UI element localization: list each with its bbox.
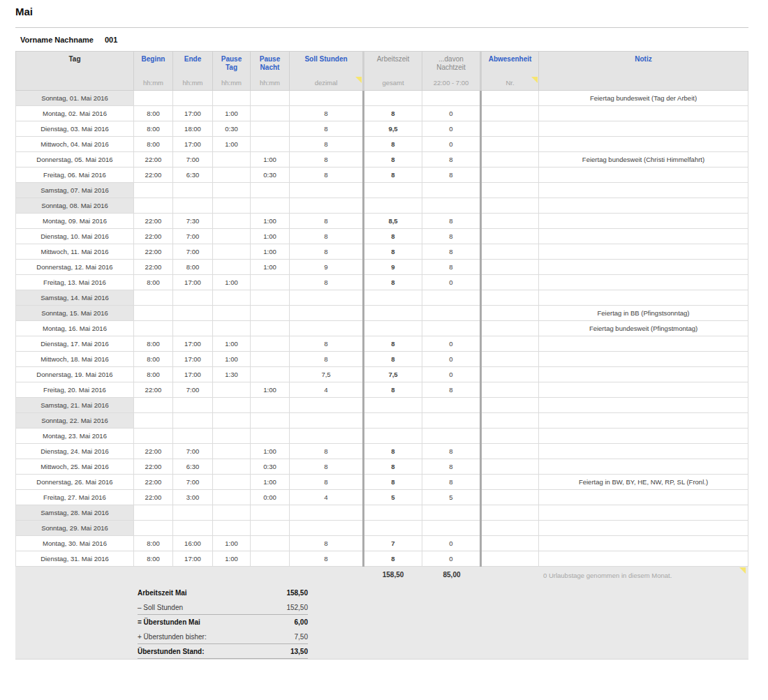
worktime-cell[interactable]: 7,5 (364, 367, 422, 382)
begin-cell[interactable]: 8:00 (134, 336, 173, 352)
worktime-cell[interactable] (364, 290, 422, 306)
begin-cell[interactable] (134, 306, 173, 321)
absence-cell[interactable] (481, 214, 539, 229)
nighttime-cell[interactable]: 0 (422, 352, 481, 367)
pause-night-cell[interactable] (251, 306, 290, 321)
pause-day-cell[interactable]: 1:00 (213, 536, 251, 551)
pause-day-cell[interactable] (213, 521, 251, 536)
worktime-cell[interactable]: 8 (364, 444, 422, 459)
day-cell[interactable]: Montag, 30. Mai 2016 (16, 536, 134, 551)
end-cell[interactable]: 7:00 (173, 229, 213, 244)
absence-cell[interactable] (481, 490, 539, 505)
pause-day-cell[interactable] (213, 244, 251, 260)
pause-day-cell[interactable]: 1:00 (213, 336, 251, 352)
begin-cell[interactable] (134, 290, 173, 306)
worktime-cell[interactable] (364, 306, 422, 321)
pause-day-cell[interactable]: 1:00 (213, 137, 251, 152)
pause-night-cell[interactable] (251, 429, 290, 444)
nighttime-cell[interactable] (422, 398, 481, 413)
end-cell[interactable]: 17:00 (173, 106, 213, 121)
absence-cell[interactable] (481, 321, 539, 336)
target-hours-cell[interactable]: 8 (290, 121, 364, 137)
nighttime-cell[interactable]: 8 (422, 244, 481, 260)
pause-night-cell[interactable] (251, 198, 290, 214)
target-hours-cell[interactable] (290, 521, 364, 536)
day-cell[interactable]: Mittwoch, 04. Mai 2016 (16, 137, 134, 152)
note-cell[interactable] (539, 275, 748, 290)
day-cell[interactable]: Freitag, 13. Mai 2016 (16, 275, 134, 290)
day-cell[interactable]: Sonntag, 08. Mai 2016 (16, 198, 134, 214)
pause-night-cell[interactable] (251, 183, 290, 198)
pause-day-cell[interactable]: 0:30 (213, 121, 251, 137)
begin-cell[interactable] (134, 183, 173, 198)
pause-day-cell[interactable] (213, 459, 251, 475)
note-cell[interactable] (539, 214, 748, 229)
worktime-cell[interactable] (364, 413, 422, 429)
nighttime-cell[interactable] (422, 321, 481, 336)
pause-day-cell[interactable] (213, 91, 251, 106)
note-cell[interactable] (539, 229, 748, 244)
end-cell[interactable]: 17:00 (173, 336, 213, 352)
day-cell[interactable]: Donnerstag, 05. Mai 2016 (16, 152, 134, 167)
pause-night-cell[interactable] (251, 290, 290, 306)
day-cell[interactable]: Montag, 23. Mai 2016 (16, 429, 134, 444)
note-cell[interactable] (539, 106, 748, 121)
day-cell[interactable]: Donnerstag, 12. Mai 2016 (16, 260, 134, 275)
begin-cell[interactable]: 22:00 (134, 459, 173, 475)
note-cell[interactable] (539, 367, 748, 382)
note-cell[interactable] (539, 244, 748, 260)
day-cell[interactable]: Sonntag, 22. Mai 2016 (16, 413, 134, 429)
nighttime-cell[interactable]: 0 (422, 275, 481, 290)
target-hours-cell[interactable]: 8 (290, 152, 364, 167)
pause-day-cell[interactable] (213, 490, 251, 505)
note-cell[interactable] (539, 167, 748, 183)
begin-cell[interactable]: 22:00 (134, 260, 173, 275)
worktime-cell[interactable]: 8 (364, 352, 422, 367)
worktime-cell[interactable]: 5 (364, 490, 422, 505)
nighttime-cell[interactable] (422, 91, 481, 106)
pause-night-cell[interactable] (251, 121, 290, 137)
target-hours-cell[interactable] (290, 429, 364, 444)
begin-cell[interactable] (134, 198, 173, 214)
day-cell[interactable]: Freitag, 20. Mai 2016 (16, 382, 134, 398)
nighttime-cell[interactable]: 8 (422, 475, 481, 490)
day-cell[interactable]: Sonntag, 15. Mai 2016 (16, 306, 134, 321)
note-cell[interactable]: Feiertag bundesweit (Pfingstmontag) (539, 321, 748, 336)
target-hours-cell[interactable]: 8 (290, 444, 364, 459)
target-hours-cell[interactable]: 8 (290, 352, 364, 367)
begin-cell[interactable]: 8:00 (134, 121, 173, 137)
pause-day-cell[interactable] (213, 444, 251, 459)
worktime-cell[interactable]: 8 (364, 244, 422, 260)
pause-day-cell[interactable] (213, 214, 251, 229)
absence-cell[interactable] (481, 336, 539, 352)
pause-night-cell[interactable]: 0:00 (251, 490, 290, 505)
nighttime-cell[interactable] (422, 413, 481, 429)
target-hours-cell[interactable] (290, 413, 364, 429)
target-hours-cell[interactable]: 4 (290, 382, 364, 398)
target-hours-cell[interactable]: 8 (290, 275, 364, 290)
absence-cell[interactable] (481, 382, 539, 398)
pause-day-cell[interactable]: 1:00 (213, 106, 251, 121)
end-cell[interactable]: 6:30 (173, 459, 213, 475)
pause-night-cell[interactable] (251, 106, 290, 121)
nighttime-cell[interactable] (422, 521, 481, 536)
note-cell[interactable]: Feiertag in BB (Pfingstsonntag) (539, 306, 748, 321)
note-cell[interactable] (539, 121, 748, 137)
pause-night-cell[interactable]: 0:30 (251, 167, 290, 183)
target-hours-cell[interactable] (290, 505, 364, 521)
begin-cell[interactable]: 8:00 (134, 137, 173, 152)
nighttime-cell[interactable]: 0 (422, 551, 481, 567)
pause-night-cell[interactable] (251, 505, 290, 521)
nighttime-cell[interactable]: 8 (422, 444, 481, 459)
pause-night-cell[interactable]: 1:00 (251, 475, 290, 490)
pause-night-cell[interactable] (251, 398, 290, 413)
nighttime-cell[interactable]: 5 (422, 490, 481, 505)
end-cell[interactable] (173, 398, 213, 413)
absence-cell[interactable] (481, 352, 539, 367)
target-hours-cell[interactable]: 8 (290, 475, 364, 490)
worktime-cell[interactable] (364, 183, 422, 198)
nighttime-cell[interactable]: 0 (422, 121, 481, 137)
end-cell[interactable]: 6:30 (173, 167, 213, 183)
pause-day-cell[interactable] (213, 382, 251, 398)
target-hours-cell[interactable] (290, 91, 364, 106)
